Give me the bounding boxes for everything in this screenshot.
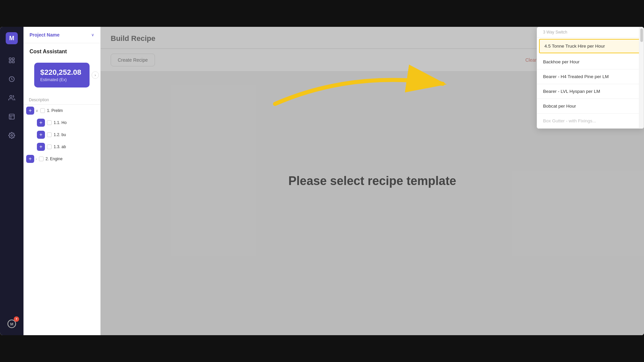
dropdown-item-truck-hire[interactable]: 4.5 Tonne Truck Hire per Hour <box>539 39 642 53</box>
svg-rect-6 <box>9 114 14 119</box>
svg-point-5 <box>10 96 12 98</box>
row-2-checkbox[interactable] <box>39 157 44 161</box>
table-header-row: Description <box>23 96 100 105</box>
cost-assistant-label: Cost Assistant <box>23 43 100 57</box>
row-1-checkbox[interactable] <box>40 108 45 113</box>
table-row: + 1.2. bu <box>23 129 100 141</box>
dropdown-item-way-switch[interactable]: 3 Way Switch <box>537 27 644 38</box>
row-1-3-checkbox[interactable] <box>47 144 52 149</box>
dialog-body: Please select recipe template <box>101 27 644 335</box>
row-2-label: 2. Engine <box>46 157 63 161</box>
row-1-2-label: 1.2. bu <box>54 132 66 137</box>
dropdown-item-bobcat[interactable]: Bobcat per Hour <box>537 99 644 114</box>
expand-panel-button[interactable]: › <box>92 71 99 79</box>
dropdown-item-backhoe[interactable]: Backhoe per Hour <box>537 55 644 69</box>
add-row-1-1-button[interactable]: + <box>37 119 45 127</box>
placeholder-text: Please select recipe template <box>288 174 456 188</box>
row-1-1-label: 1.1. Ho <box>54 120 67 125</box>
estimate-row: $220,252.08 Estimated (Ex) › <box>29 60 95 90</box>
row-1-3-label: 1.3. ab <box>54 144 66 149</box>
svg-rect-2 <box>9 61 11 63</box>
left-panel: Project Name ∨ Cost Assistant $220,252.0… <box>23 27 101 335</box>
project-name: Project Name <box>30 32 59 38</box>
dropdown-item-bearer-lvl[interactable]: Bearer - LVL Hyspan per LM <box>537 84 644 99</box>
add-row-1-3-button[interactable]: + <box>37 143 45 151</box>
expand-row-1-icon[interactable]: ∨ <box>36 109 38 113</box>
description-column-header: Description <box>29 98 49 102</box>
table-row: + 1.1. Ho <box>23 117 100 129</box>
sidebar-item-dashboard[interactable] <box>6 54 18 66</box>
sidebar-item-reports[interactable] <box>6 111 18 123</box>
sidebar: M M 7 <box>0 27 23 335</box>
svg-text:M: M <box>10 322 13 326</box>
table-row: + › 2. Engine <box>23 153 100 165</box>
table-row: + ∨ 1. Prelim <box>23 105 100 117</box>
scroll-thumb <box>640 28 643 42</box>
add-row-1-button[interactable]: + <box>26 107 34 115</box>
svg-rect-1 <box>12 58 14 60</box>
main-content: Build Recipe Please select recipe templa… <box>101 27 644 335</box>
estimate-label: Estimated (Ex) <box>40 77 84 82</box>
arrow-annotation <box>168 44 470 161</box>
svg-rect-0 <box>9 58 11 60</box>
table-area: Description + ∨ 1. Prelim + 1.1. Ho <box>23 93 100 335</box>
dropdown-panel: 3 Way Switch 4.5 Tonne Truck Hire per Ho… <box>537 27 644 129</box>
chevron-down-icon: ∨ <box>91 33 94 37</box>
row-1-2-checkbox[interactable] <box>47 132 52 137</box>
table-row: + 1.3. ab <box>23 141 100 153</box>
project-selector[interactable]: Project Name ∨ <box>23 27 100 43</box>
sidebar-item-analytics[interactable] <box>6 73 18 85</box>
add-row-2-button[interactable]: + <box>26 155 34 163</box>
estimate-card: $220,252.08 Estimated (Ex) <box>34 63 90 87</box>
row-1-label: 1. Prelim <box>47 108 63 113</box>
estimate-amount: $220,252.08 <box>40 68 84 77</box>
notification-badge: 7 <box>14 316 19 322</box>
sidebar-item-settings[interactable] <box>6 129 18 141</box>
row-1-1-checkbox[interactable] <box>47 120 52 125</box>
add-row-1-2-button[interactable]: + <box>37 131 45 139</box>
dropdown-item-bearer-h4[interactable]: Bearer - H4 Treated Pine per LM <box>537 69 644 84</box>
dialog-overlay: Please select recipe template <box>101 27 644 335</box>
main-wrapper: M M 7 <box>0 0 644 362</box>
svg-rect-3 <box>12 61 14 63</box>
sidebar-item-notifications[interactable]: M 7 <box>6 318 18 330</box>
dropdown-scrollbar[interactable] <box>639 27 644 128</box>
app-logo[interactable]: M <box>6 32 18 44</box>
dropdown-item-box-gutter[interactable]: Box Gutter - with Fixings... <box>537 114 644 128</box>
svg-point-7 <box>11 135 13 136</box>
sidebar-item-users[interactable] <box>6 92 18 104</box>
app-container: M M 7 <box>0 27 644 335</box>
expand-row-2-icon[interactable]: › <box>36 157 37 161</box>
